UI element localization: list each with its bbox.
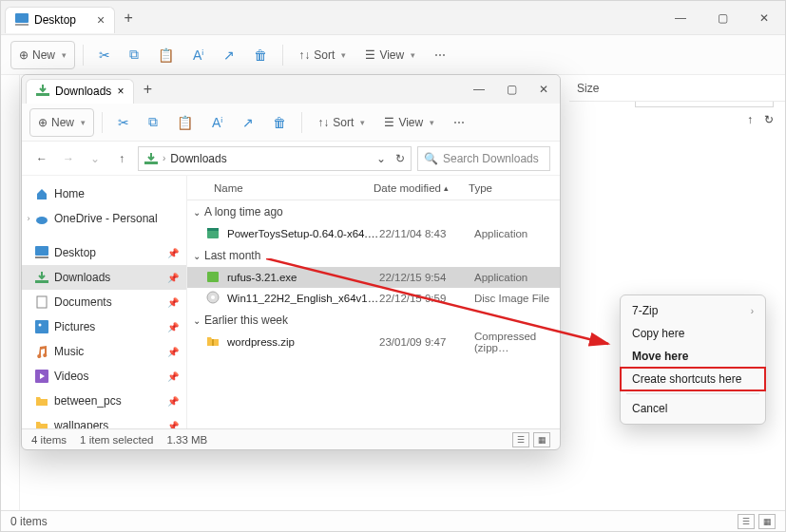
ctx-create-shortcuts-here[interactable]: Create shortcuts here — [621, 368, 765, 390]
file-row[interactable]: PowerToysSetup-0.64.0-x64.exe22/11/04 8:… — [187, 223, 560, 244]
paste-icon[interactable]: 📋 — [169, 108, 201, 137]
group-header[interactable]: ⌄Last month — [187, 244, 560, 267]
delete-icon[interactable]: 🗑 — [265, 108, 294, 137]
tree-item-pictures[interactable]: Pictures📌 — [22, 314, 186, 339]
maximize-button[interactable]: ▢ — [701, 1, 743, 35]
column-headers: Name Date modified▴ Type — [187, 176, 560, 200]
tree-item-documents[interactable]: Documents📌 — [22, 290, 186, 314]
tree-item-music[interactable]: Music📌 — [22, 339, 186, 364]
selected-count: 1 item selected — [80, 434, 153, 446]
back-arrow[interactable]: ← — [31, 152, 52, 165]
sort-button[interactable]: ↑↓ Sort — [291, 41, 354, 69]
tree-item-downloads[interactable]: Downloads📌 — [22, 265, 186, 290]
minimize-button[interactable]: — — [463, 75, 495, 104]
svg-rect-13 — [207, 228, 219, 231]
tree-item-wallpapers[interactable]: wallpapers📌 — [22, 413, 186, 428]
more-button[interactable]: ⋯ — [427, 41, 453, 69]
downloads-window: Downloads × + — ▢ ✕ ⊕ New ✂ ⧉ 📋 Aⁱ ↗ 🗑 ↑… — [21, 74, 561, 450]
col-name[interactable]: Name — [214, 182, 374, 194]
selection-size: 1.33 MB — [166, 434, 207, 446]
downloads-icon — [36, 84, 49, 100]
close-button[interactable]: ✕ — [743, 1, 785, 35]
close-button[interactable]: ✕ — [527, 75, 560, 104]
ctx-move-here[interactable]: Move here — [621, 345, 765, 368]
rename-icon[interactable]: Aⁱ — [204, 108, 231, 137]
file-list: Name Date modified▴ Type ⌄A long time ag… — [187, 176, 560, 428]
up-arrow[interactable]: ↑ — [111, 152, 132, 165]
share-icon[interactable]: ↗ — [235, 108, 261, 137]
ctx-cancel[interactable]: Cancel — [621, 397, 765, 420]
view-button[interactable]: ☰ View — [376, 108, 442, 137]
paste-icon[interactable]: 📋 — [150, 41, 182, 69]
col-size[interactable]: Size — [577, 82, 599, 95]
cut-icon[interactable]: ✂ — [91, 41, 118, 69]
thumb-view-icon[interactable]: ▦ — [758, 514, 776, 529]
svg-rect-1 — [15, 24, 29, 26]
back-tab-title: Desktop — [34, 13, 76, 27]
new-button[interactable]: ⊕ New — [10, 41, 75, 69]
svg-rect-14 — [207, 272, 219, 282]
group-header[interactable]: ⌄Earlier this week — [187, 309, 560, 332]
item-count: 4 items — [31, 434, 67, 446]
sort-button[interactable]: ↑↓ Sort — [310, 108, 373, 137]
front-window-controls: — ▢ ✕ — [463, 75, 560, 104]
back-statusbar: 0 items ☰ ▦ — [1, 510, 785, 531]
recent-dropdown[interactable]: ⌄ — [85, 152, 105, 165]
view-button[interactable]: ☰ View — [357, 41, 423, 69]
svg-rect-2 — [36, 93, 49, 96]
cut-icon[interactable]: ✂ — [110, 108, 137, 137]
tree-item-home[interactable]: Home — [22, 181, 186, 206]
back-window-controls: — ▢ ✕ — [660, 1, 785, 35]
breadcrumb[interactable]: Downloads — [170, 152, 226, 165]
close-icon[interactable]: × — [97, 12, 105, 28]
refresh-icon[interactable]: ↻ — [395, 152, 405, 165]
new-button[interactable]: ⊕ New — [29, 108, 94, 137]
front-nav: ← → ⌄ ↑ › Downloads ⌄↻ 🔍 Search Download… — [22, 142, 560, 176]
more-button[interactable]: ⋯ — [446, 108, 472, 137]
svg-rect-9 — [35, 320, 48, 333]
front-tab[interactable]: Downloads × — [26, 79, 134, 104]
tree-item-onedrive-personal[interactable]: ›OneDrive - Personal — [22, 206, 186, 231]
up-icon[interactable]: ↑ — [747, 113, 753, 126]
col-type[interactable]: Type — [469, 182, 560, 194]
share-icon[interactable]: ↗ — [216, 41, 242, 69]
tree-item-between-pcs[interactable]: between_pcs📌 — [22, 389, 186, 413]
new-tab-button[interactable]: + — [115, 10, 142, 27]
minimize-button[interactable]: — — [660, 1, 701, 35]
thumb-view-icon[interactable]: ▦ — [533, 432, 550, 447]
rename-icon[interactable]: Aⁱ — [185, 41, 212, 69]
front-search[interactable]: 🔍 Search Downloads — [417, 146, 550, 171]
ctx-copy-here[interactable]: Copy here — [621, 322, 765, 345]
svg-rect-5 — [35, 246, 48, 256]
copy-icon[interactable]: ⧉ — [141, 108, 165, 137]
back-titlebar: Desktop × + — ▢ ✕ — [1, 1, 785, 35]
front-statusbar: 4 items 1 item selected 1.33 MB ☰ ▦ — [22, 428, 560, 449]
details-view-icon[interactable]: ☰ — [512, 432, 529, 447]
group-header[interactable]: ⌄A long time ago — [187, 200, 560, 223]
context-menu: 7-Zip›Copy hereMove hereCreate shortcuts… — [620, 294, 766, 425]
address-bar[interactable]: › Downloads ⌄↻ — [138, 146, 412, 171]
maximize-button[interactable]: ▢ — [495, 75, 527, 104]
ctx-7-zip[interactable]: 7-Zip› — [621, 299, 765, 322]
file-rows: ⌄A long time agoPowerToysSetup-0.64.0-x6… — [187, 200, 560, 428]
desktop-icon — [15, 13, 29, 27]
file-row[interactable]: Win11_22H2_English_x64v1.iso22/12/15 9:5… — [187, 288, 560, 309]
back-nav: ↑ ↻ — [747, 113, 774, 126]
back-tab[interactable]: Desktop × — [5, 7, 115, 33]
svg-rect-7 — [35, 280, 48, 283]
nav-tree: Home›OneDrive - PersonalDesktop📌Download… — [22, 176, 187, 428]
file-row[interactable]: wordpress.zip23/01/09 9:47Compressed (zi… — [187, 332, 560, 352]
close-icon[interactable]: × — [117, 85, 124, 98]
details-view-icon[interactable]: ☰ — [738, 514, 755, 529]
addr-chevron-icon[interactable]: ⌄ — [376, 152, 386, 165]
tree-item-desktop[interactable]: Desktop📌 — [22, 240, 186, 265]
refresh-icon[interactable]: ↻ — [764, 113, 774, 126]
forward-arrow[interactable]: → — [58, 152, 79, 165]
new-tab-button[interactable]: + — [134, 81, 161, 98]
col-date[interactable]: Date modified▴ — [374, 182, 469, 194]
delete-icon[interactable]: 🗑 — [246, 41, 275, 69]
tree-item-videos[interactable]: Videos📌 — [22, 364, 186, 389]
file-row[interactable]: rufus-3.21.exe22/12/15 9:54Application — [187, 267, 560, 288]
back-toolbar: ⊕ New ✂ ⧉ 📋 Aⁱ ↗ 🗑 ↑↓ Sort ☰ View ⋯ — [1, 35, 785, 75]
copy-icon[interactable]: ⧉ — [122, 41, 146, 69]
